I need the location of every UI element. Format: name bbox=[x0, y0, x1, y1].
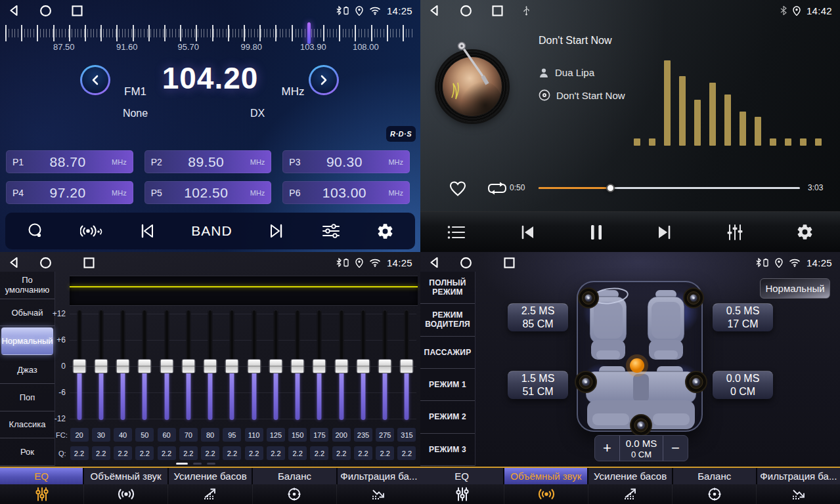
tab-high-pass-filter[interactable]: Фильтрация ба... bbox=[757, 468, 840, 484]
eq-band-slider[interactable] bbox=[179, 310, 198, 420]
previous-station-icon[interactable] bbox=[135, 222, 160, 240]
listening-mode-item[interactable]: РЕЖИМ 1 bbox=[420, 369, 475, 401]
preset-button-p6[interactable]: P6103.00MHz bbox=[282, 181, 410, 204]
surround-sound-icon[interactable] bbox=[504, 484, 588, 504]
delay-rear-left[interactable]: 1.5 MS51 CM bbox=[508, 371, 568, 399]
home-icon[interactable] bbox=[39, 257, 52, 269]
preset-button-p1[interactable]: P188.70MHz bbox=[6, 150, 133, 173]
delay-front-right[interactable]: 0.5 MS17 CM bbox=[713, 303, 773, 331]
eq-band-slider[interactable] bbox=[310, 310, 329, 420]
eq-sliders-icon[interactable] bbox=[0, 484, 84, 504]
tune-up-button[interactable] bbox=[309, 65, 339, 95]
seek-handle[interactable] bbox=[606, 184, 615, 192]
previous-track-icon[interactable] bbox=[514, 223, 541, 242]
eq-band-slider[interactable] bbox=[157, 310, 176, 420]
surround-sound-icon[interactable] bbox=[84, 484, 168, 504]
next-station-icon[interactable] bbox=[264, 222, 289, 240]
preset-button-p3[interactable]: P390.30MHz bbox=[282, 150, 410, 173]
bass-boost-icon[interactable] bbox=[168, 484, 252, 504]
home-icon[interactable] bbox=[39, 5, 52, 17]
slider-handle[interactable] bbox=[269, 359, 282, 373]
eq-band-slider[interactable] bbox=[91, 310, 110, 420]
tab-surround-sound[interactable]: Объёмный звук bbox=[504, 468, 588, 484]
recents-icon[interactable] bbox=[504, 257, 515, 268]
home-icon[interactable] bbox=[460, 257, 472, 269]
slider-handle[interactable] bbox=[291, 359, 305, 373]
recents-icon[interactable] bbox=[72, 5, 83, 16]
broadcast-icon[interactable] bbox=[76, 222, 106, 240]
eq-band-slider[interactable] bbox=[288, 310, 307, 420]
tab-balance[interactable]: Баланс bbox=[673, 468, 757, 484]
eq-band-slider[interactable] bbox=[70, 310, 89, 420]
eq-band-slider[interactable] bbox=[353, 310, 372, 420]
slider-handle[interactable] bbox=[160, 359, 173, 373]
balance-icon[interactable] bbox=[673, 484, 757, 504]
increase-delay-button[interactable]: + bbox=[595, 436, 619, 461]
pause-icon[interactable] bbox=[585, 222, 608, 242]
eq-band-slider[interactable] bbox=[223, 310, 242, 420]
back-icon[interactable] bbox=[8, 256, 20, 269]
listening-mode-item[interactable]: РЕЖИМ 3 bbox=[420, 434, 475, 466]
tab-eq-sliders[interactable]: EQ bbox=[0, 468, 84, 484]
back-icon[interactable] bbox=[428, 256, 440, 269]
eq-band-slider[interactable] bbox=[201, 310, 220, 420]
delay-rear-right[interactable]: 0.0 MS0 CM bbox=[713, 371, 773, 399]
slider-handle[interactable] bbox=[356, 359, 370, 373]
back-icon[interactable] bbox=[428, 4, 440, 17]
preset-button-p5[interactable]: P5102.50MHz bbox=[144, 181, 272, 204]
slider-handle[interactable] bbox=[225, 359, 239, 373]
recents-icon[interactable] bbox=[83, 257, 95, 268]
listening-mode-item[interactable]: ПОЛНЫЙ РЕЖИМ bbox=[420, 272, 475, 304]
preset-button-p2[interactable]: P289.50MHz bbox=[144, 150, 272, 173]
eq-preset-item[interactable]: Рок bbox=[0, 438, 55, 466]
delay-front-left[interactable]: 2.5 MS85 CM bbox=[508, 303, 568, 331]
slider-handle[interactable] bbox=[138, 359, 152, 373]
listening-mode-item[interactable]: РЕЖИМ 2 bbox=[420, 401, 475, 433]
eq-band-slider[interactable] bbox=[266, 310, 285, 420]
eq-band-slider[interactable] bbox=[244, 310, 263, 420]
tab-bass-boost[interactable]: Усиление басов bbox=[588, 468, 673, 484]
repeat-icon[interactable] bbox=[483, 179, 512, 198]
sound-profile-button[interactable]: Нормальный bbox=[760, 278, 830, 299]
tab-bass-boost[interactable]: Усиление басов bbox=[169, 468, 253, 484]
slider-handle[interactable] bbox=[116, 359, 130, 373]
high-pass-filter-icon[interactable] bbox=[337, 484, 420, 504]
slider-handle[interactable] bbox=[313, 359, 326, 373]
tuner-needle[interactable] bbox=[307, 22, 311, 44]
back-icon[interactable] bbox=[8, 4, 20, 17]
settings-gear-icon[interactable] bbox=[372, 222, 398, 241]
eq-preset-item[interactable]: По умолчанию bbox=[0, 272, 55, 299]
scan-icon[interactable] bbox=[22, 221, 49, 241]
eq-band-slider[interactable] bbox=[135, 310, 154, 420]
slider-handle[interactable] bbox=[400, 359, 414, 373]
slider-handle[interactable] bbox=[334, 359, 348, 373]
band-button[interactable]: BAND bbox=[187, 222, 236, 240]
slider-handle[interactable] bbox=[204, 359, 217, 373]
tab-high-pass-filter[interactable]: Фильтрация ба... bbox=[338, 468, 420, 484]
tab-surround-sound[interactable]: Объёмный звук bbox=[84, 468, 168, 484]
seek-bar[interactable] bbox=[539, 187, 800, 189]
tab-eq-sliders[interactable]: EQ bbox=[420, 468, 504, 484]
next-track-icon[interactable] bbox=[652, 223, 678, 242]
listening-mode-item[interactable]: ПАССАЖИР bbox=[420, 337, 475, 369]
recents-icon[interactable] bbox=[492, 5, 503, 16]
tab-balance[interactable]: Баланс bbox=[253, 468, 337, 484]
listening-mode-item[interactable]: РЕЖИМ ВОДИТЕЛЯ bbox=[420, 304, 475, 336]
slider-handle[interactable] bbox=[72, 359, 86, 373]
favorite-heart-icon[interactable] bbox=[444, 178, 472, 198]
eq-band-slider[interactable] bbox=[397, 310, 416, 420]
decrease-delay-button[interactable]: − bbox=[663, 436, 688, 461]
playlist-icon[interactable] bbox=[443, 223, 470, 242]
balance-icon[interactable] bbox=[253, 484, 337, 504]
tuner-dial[interactable] bbox=[0, 22, 420, 45]
eq-band-slider[interactable] bbox=[376, 310, 395, 420]
bass-boost-icon[interactable] bbox=[588, 484, 673, 504]
preset-button-p4[interactable]: P497.20MHz bbox=[6, 181, 133, 204]
tuner-settings-icon[interactable] bbox=[317, 222, 345, 240]
slider-handle[interactable] bbox=[247, 359, 261, 373]
eq-band-slider[interactable] bbox=[332, 310, 351, 420]
eq-band-slider[interactable] bbox=[114, 310, 133, 420]
eq-sliders-icon[interactable] bbox=[420, 484, 504, 504]
slider-handle[interactable] bbox=[378, 359, 392, 373]
slider-handle[interactable] bbox=[94, 359, 108, 373]
